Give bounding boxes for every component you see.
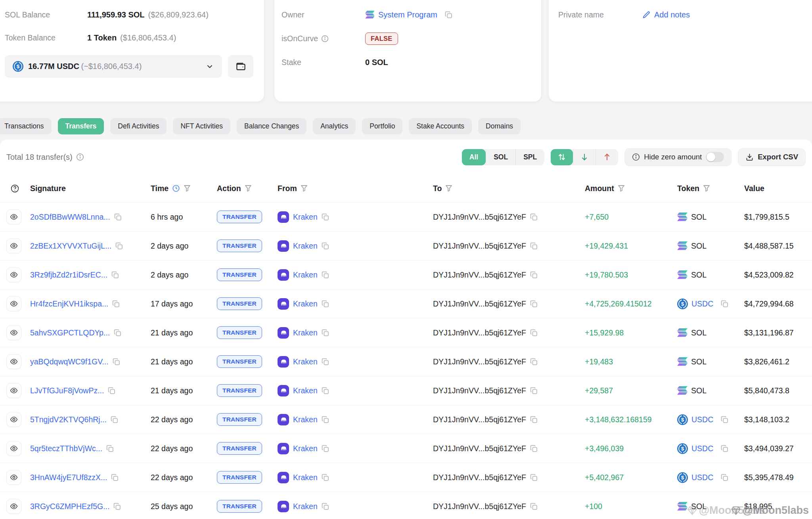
tab-nft-activities[interactable]: NFT Activities (173, 118, 230, 134)
copy-icon[interactable] (530, 473, 538, 482)
copy-icon[interactable] (106, 444, 114, 453)
filter-sol-button[interactable]: SOL (486, 149, 515, 165)
copy-icon[interactable] (720, 300, 729, 308)
token-holdings-dropdown[interactable]: 16.77M USDC (~$16,806,453.4) (5, 55, 222, 78)
from-link[interactable]: Kraken (293, 473, 318, 482)
from-link[interactable]: Kraken (293, 386, 318, 395)
copy-icon[interactable] (720, 416, 729, 424)
preview-eye-button[interactable] (6, 354, 21, 369)
tab-domains[interactable]: Domains (478, 118, 521, 134)
copy-icon[interactable] (321, 473, 329, 482)
preview-eye-button[interactable] (6, 441, 21, 456)
from-link[interactable]: Kraken (293, 241, 318, 251)
export-csv-button[interactable]: Export CSV (738, 148, 806, 166)
copy-icon[interactable] (530, 502, 538, 511)
copy-icon[interactable] (530, 329, 538, 337)
token-link[interactable]: USDC (691, 415, 713, 424)
hide-zero-amount-control[interactable]: Hide zero amount (624, 148, 732, 166)
copy-icon[interactable] (107, 387, 116, 395)
signature-link[interactable]: 3RGyC6ZMPHEzf5G... (30, 502, 109, 511)
from-link[interactable]: Kraken (293, 270, 318, 280)
clock-icon[interactable] (172, 184, 180, 192)
copy-icon[interactable] (530, 300, 538, 308)
preview-eye-button[interactable] (6, 267, 21, 282)
preview-eye-button[interactable] (6, 209, 21, 224)
from-link[interactable]: Kraken (293, 444, 318, 453)
signature-link[interactable]: LJvTfGJuF8jVowPz... (30, 386, 104, 395)
signature-link[interactable]: 5qr5teczTThbVjWc... (30, 444, 102, 453)
token-link[interactable]: USDC (691, 299, 713, 308)
copy-icon[interactable] (530, 358, 538, 366)
sort-both-button[interactable] (551, 149, 573, 165)
copy-icon[interactable] (530, 242, 538, 250)
copy-icon[interactable] (321, 213, 329, 221)
tab-transactions[interactable]: Transactions (0, 118, 52, 134)
copy-icon[interactable] (530, 416, 538, 424)
preview-eye-button[interactable] (6, 325, 21, 340)
signature-link[interactable]: 3HnAW4jyE7Uf8zzX... (30, 473, 107, 482)
from-link[interactable]: Kraken (293, 357, 318, 366)
signature-link[interactable]: yaBQdqwqWC9f1GV... (30, 357, 109, 366)
copy-icon[interactable] (321, 242, 329, 250)
copy-icon[interactable] (720, 473, 729, 482)
preview-eye-button[interactable] (6, 470, 21, 485)
copy-icon[interactable] (321, 358, 329, 366)
preview-eye-button[interactable] (6, 238, 21, 253)
filter-all-button[interactable]: All (462, 149, 486, 165)
signature-link[interactable]: 5ahvSXGPCTLQDYp... (30, 328, 110, 337)
filter-icon[interactable] (445, 185, 452, 192)
token-link[interactable]: USDC (691, 444, 713, 453)
owner-link[interactable]: System Program (378, 10, 437, 19)
filter-icon[interactable] (703, 185, 710, 192)
copy-icon[interactable] (530, 387, 538, 395)
tab-stake-accounts[interactable]: Stake Accounts (409, 118, 472, 134)
filter-icon[interactable] (245, 185, 252, 192)
filter-icon[interactable] (184, 185, 191, 192)
tab-defi-activities[interactable]: Defi Activities (110, 118, 167, 134)
tab-analytics[interactable]: Analytics (313, 118, 356, 134)
copy-icon[interactable] (113, 502, 121, 511)
hide-zero-toggle[interactable] (706, 152, 724, 162)
copy-icon[interactable] (321, 416, 329, 424)
wallet-button[interactable] (228, 55, 253, 78)
copy-icon[interactable] (530, 213, 538, 221)
copy-icon[interactable] (110, 416, 119, 424)
token-link[interactable]: USDC (691, 473, 713, 482)
filter-icon[interactable] (301, 185, 308, 192)
copy-icon[interactable] (321, 329, 329, 337)
copy-icon[interactable] (444, 11, 453, 19)
signature-link[interactable]: 2oSDfBBwWW8Lnna... (30, 213, 110, 222)
copy-icon[interactable] (321, 502, 329, 511)
filter-spl-button[interactable]: SPL (515, 149, 544, 165)
copy-icon[interactable] (115, 242, 123, 250)
copy-icon[interactable] (321, 387, 329, 395)
copy-icon[interactable] (321, 271, 329, 279)
sort-out-button[interactable] (596, 149, 618, 165)
add-notes-button[interactable]: Add notes (642, 10, 690, 19)
from-link[interactable]: Kraken (293, 213, 318, 222)
signature-link[interactable]: 2zBEx1XYVVXTuGijL... (30, 241, 111, 251)
preview-eye-button[interactable] (6, 412, 21, 427)
copy-icon[interactable] (114, 213, 122, 221)
help-icon[interactable] (10, 184, 19, 193)
from-link[interactable]: Kraken (293, 502, 318, 511)
preview-eye-button[interactable] (6, 383, 21, 398)
copy-icon[interactable] (321, 444, 329, 453)
sort-in-button[interactable] (573, 149, 596, 165)
tab-transfers[interactable]: Transfers (58, 118, 104, 134)
copy-icon[interactable] (112, 358, 121, 366)
copy-icon[interactable] (111, 473, 119, 482)
copy-icon[interactable] (113, 329, 122, 337)
filter-icon[interactable] (618, 185, 625, 192)
from-link[interactable]: Kraken (293, 415, 318, 424)
signature-link[interactable]: Hr4fzcEnjKVH1ikspa... (30, 299, 108, 308)
tab-balance-changes[interactable]: Balance Changes (237, 118, 306, 134)
signature-link[interactable]: 5TngjdV2KTVQ6hRj... (30, 415, 107, 424)
from-link[interactable]: Kraken (293, 328, 318, 337)
copy-icon[interactable] (111, 271, 119, 279)
copy-icon[interactable] (720, 444, 729, 453)
tab-portfolio[interactable]: Portfolio (362, 118, 402, 134)
preview-eye-button[interactable] (6, 296, 21, 311)
from-link[interactable]: Kraken (293, 299, 318, 308)
copy-icon[interactable] (112, 300, 120, 308)
